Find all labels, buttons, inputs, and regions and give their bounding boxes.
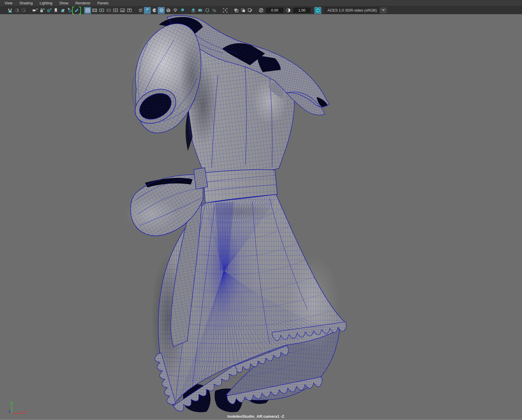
panel-toolbar: 0.00 1.00 ON ACES 1.0 SDR-video (sRGB): [0, 6, 522, 14]
grease-pencil-icon[interactable]: [73, 7, 80, 14]
camera-label: lookdevStudio_AR:camera1 -Z: [227, 414, 284, 419]
paint-select-icon[interactable]: [246, 7, 253, 14]
menu-renderer[interactable]: Renderer: [72, 1, 94, 6]
anti-aliasing-icon[interactable]: [204, 7, 211, 14]
axis-z-label: z: [9, 409, 10, 413]
menu-show[interactable]: Show: [56, 1, 72, 6]
safe-title-icon[interactable]: [126, 7, 133, 14]
camera-attributes-icon[interactable]: [45, 7, 52, 14]
shaded-mode-icon[interactable]: [144, 7, 151, 14]
textured-mode-icon[interactable]: [158, 7, 165, 14]
axis-gizmo: y x z: [7, 401, 28, 415]
ssao-icon[interactable]: [190, 7, 197, 14]
toolbar-separator: [219, 8, 220, 13]
shadows-icon[interactable]: [179, 7, 186, 14]
dress-model[interactable]: [0, 14, 522, 420]
toolbar-separator: [230, 8, 231, 13]
axis-x-label: x: [24, 409, 26, 413]
color-management-toggle[interactable]: ON: [314, 7, 321, 14]
renderer-alt-icon[interactable]: [13, 7, 20, 14]
exposure-field[interactable]: 0.00: [266, 8, 283, 13]
toolbar-separator: [135, 8, 135, 13]
select-camera-icon[interactable]: [31, 7, 38, 14]
vp-renderer-icon[interactable]: [6, 7, 13, 14]
wireframe-on-shaded-icon[interactable]: [151, 7, 158, 14]
xray-icon[interactable]: [233, 7, 240, 14]
lock-camera-icon[interactable]: [38, 7, 45, 14]
viewport-3d[interactable]: y x z lookdevStudio_AR:camera1 -Z: [0, 14, 522, 420]
color-management-on-icon: ON: [315, 8, 321, 13]
toolbar-separator: [187, 8, 188, 13]
panel-menubar: View Shading Lighting Show Renderer Pane…: [0, 0, 522, 6]
toolbar-separator: [255, 8, 256, 13]
depth-of-field-icon[interactable]: [211, 7, 217, 14]
view-transform-select[interactable]: ACES 1.0 SDR-video (sRGB): [324, 7, 387, 14]
toolbar-separator: [4, 8, 5, 13]
view-transform-value: ACES 1.0 SDR-video (sRGB): [325, 7, 380, 14]
menu-shading[interactable]: Shading: [16, 1, 36, 6]
gamma-icon[interactable]: [285, 7, 292, 14]
grid-icon[interactable]: [84, 7, 91, 14]
gamma-field[interactable]: 1.00: [293, 8, 311, 13]
gate-mask-icon[interactable]: [105, 7, 112, 14]
menu-view[interactable]: View: [1, 1, 16, 6]
field-chart-icon[interactable]: [112, 7, 119, 14]
resolution-gate-icon[interactable]: [98, 7, 105, 14]
motion-blur-icon[interactable]: [197, 7, 204, 14]
film-gate-icon[interactable]: [91, 7, 98, 14]
toolbar-separator: [82, 8, 82, 13]
isolate-select-icon[interactable]: [222, 7, 229, 14]
menu-lighting[interactable]: Lighting: [36, 1, 56, 6]
chevron-down-icon: [382, 9, 385, 11]
axis-y-label: y: [11, 401, 13, 405]
view-transform-dropdown-button[interactable]: [380, 7, 387, 14]
image-plane-icon[interactable]: [59, 7, 66, 14]
wireframe-mode-icon[interactable]: [137, 7, 144, 14]
bookmark-icon[interactable]: [52, 7, 59, 14]
toolbar-separator: [29, 8, 30, 13]
xray-active-icon[interactable]: [240, 7, 246, 14]
exposure-icon[interactable]: [258, 7, 264, 14]
renderer-cube-icon[interactable]: [20, 7, 27, 14]
menu-panels[interactable]: Panels: [94, 1, 112, 6]
lighting-icon[interactable]: [172, 7, 179, 14]
default-material-icon[interactable]: [165, 7, 172, 14]
safe-action-icon[interactable]: [119, 7, 126, 14]
